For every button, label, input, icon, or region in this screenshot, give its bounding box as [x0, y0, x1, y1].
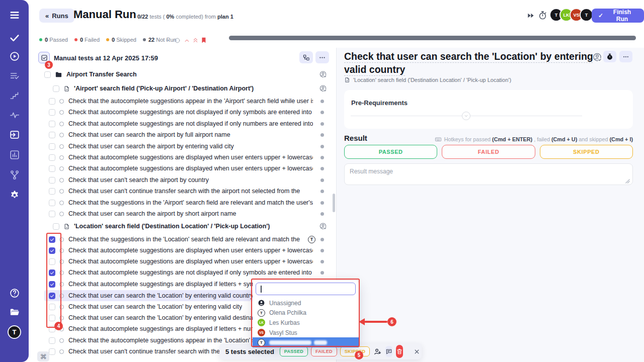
- tree-row-test[interactable]: Check that user can't continue transfer …: [44, 186, 330, 197]
- scrollbar-thumb[interactable]: [333, 194, 335, 212]
- assignee-search-input[interactable]: [256, 283, 356, 295]
- sidebar-item-exit[interactable]: [0, 129, 29, 140]
- row-checkbox[interactable]: [49, 293, 55, 299]
- sidebar-item-activity[interactable]: [0, 110, 29, 121]
- row-assign-icon[interactable]: [319, 222, 327, 230]
- tree-row-test[interactable]: Check that the suggestions in the 'Airpo…: [44, 197, 330, 208]
- bulk-comment-button[interactable]: [385, 346, 392, 357]
- test-case-title[interactable]: Check that user can search the 'Location…: [344, 50, 596, 76]
- row-checkbox[interactable]: [53, 85, 59, 92]
- tree-row-test[interactable]: Check that user can search the airport b…: [44, 208, 330, 219]
- status-dot: [39, 38, 42, 41]
- row-checkbox[interactable]: [49, 188, 55, 195]
- tree-row-test[interactable]: Check that autocomplete suggestions are …: [44, 163, 330, 174]
- tree-row-test[interactable]: Check that autocomplete suggestions are …: [44, 245, 330, 256]
- sidebar-item-menu[interactable]: [0, 10, 29, 21]
- sidebar-item-folder-open[interactable]: [0, 307, 29, 318]
- row-checkbox[interactable]: [49, 98, 55, 105]
- sidebar-item-steps[interactable]: [0, 90, 29, 101]
- row-checkbox[interactable]: [49, 109, 55, 116]
- sidebar-item-bar-chart[interactable]: [0, 149, 29, 160]
- assignee-avatars[interactable]: TLKVST: [549, 8, 593, 22]
- tree-more-button[interactable]: [315, 51, 329, 63]
- bulk-delete-button[interactable]: [396, 345, 403, 358]
- result-button-passed[interactable]: PASSED: [344, 145, 437, 159]
- tree-row-test[interactable]: Check that autocomplete suggestions are …: [44, 152, 330, 163]
- assignee-option[interactable]: TOlena Pchilka: [253, 308, 359, 318]
- row-assign-icon[interactable]: [319, 84, 327, 93]
- close-selection-button[interactable]: [414, 346, 420, 356]
- sidebar-item-git-branch[interactable]: [0, 169, 29, 180]
- row-checkbox[interactable]: [49, 121, 55, 127]
- chevron-up-icon[interactable]: [184, 37, 190, 44]
- tree-row-test[interactable]: Check that user can search the airport b…: [44, 141, 330, 152]
- row-checkbox[interactable]: [49, 143, 55, 150]
- row-checkbox[interactable]: [53, 223, 59, 230]
- row-checkbox[interactable]: [49, 177, 55, 184]
- tree-row-folder[interactable]: Airport Transfer Search: [44, 69, 330, 80]
- bulk-assign-button[interactable]: [373, 346, 382, 357]
- row-checkbox[interactable]: [49, 132, 55, 138]
- stopwatch-icon[interactable]: [538, 11, 547, 20]
- row-checkbox[interactable]: [49, 281, 55, 288]
- tree-row-test[interactable]: Check that autocomplete suggestings are …: [44, 107, 330, 118]
- tree-row-test[interactable]: Check that the autocomplete suggestions …: [44, 96, 330, 107]
- row-checkbox[interactable]: [49, 337, 55, 344]
- sidebar-user-avatar[interactable]: T: [0, 325, 29, 339]
- row-checkbox[interactable]: [49, 304, 55, 310]
- circle-icon[interactable]: [174, 37, 181, 44]
- row-assign-icon[interactable]: [319, 70, 327, 78]
- tree-view-button[interactable]: [299, 51, 313, 63]
- row-checkbox[interactable]: [49, 236, 55, 243]
- expand-circle-button[interactable]: [462, 112, 470, 120]
- finish-run-button[interactable]: ✓ Finish Run: [592, 9, 644, 23]
- resize-handle-icon[interactable]: [625, 179, 630, 184]
- tree-row-test[interactable]: Check that autocomplete suggestings are …: [44, 267, 330, 278]
- row-status-dot: [320, 122, 324, 126]
- chevrons-up-icon[interactable]: [192, 37, 199, 44]
- row-checkbox[interactable]: [49, 247, 55, 254]
- tree-row-test[interactable]: Check that user can't search the airport…: [44, 174, 330, 186]
- row-checkbox[interactable]: [49, 348, 55, 355]
- sidebar-item-gear[interactable]: [0, 190, 29, 201]
- tree-row-test[interactable]: Check that autocomplete suggestions are …: [44, 256, 330, 267]
- avatar[interactable]: T: [580, 8, 593, 22]
- tree-row-test[interactable]: Check that the suggestions in the 'Locat…: [44, 234, 330, 245]
- row-checkbox[interactable]: [44, 71, 51, 78]
- result-button-failed[interactable]: FAILED: [442, 145, 535, 159]
- assignee-option[interactable]: VSVasyl Stus: [253, 328, 359, 338]
- keyboard-shortcuts-badge[interactable]: ⌘: [37, 351, 49, 361]
- fast-forward-icon[interactable]: [527, 12, 535, 20]
- initials-avatar: LK: [258, 319, 265, 326]
- sidebar-item-help[interactable]: [0, 288, 29, 299]
- tree-row-doc[interactable]: 'Airport' search field ('Pick-up Airport…: [44, 83, 330, 94]
- status-ring-icon: [59, 248, 64, 253]
- row-checkbox[interactable]: [49, 154, 55, 161]
- bookmark-icon[interactable]: [200, 37, 207, 44]
- result-button-skipped[interactable]: SKIPPED: [540, 145, 633, 159]
- row-checkbox[interactable]: [49, 211, 55, 217]
- timer-button[interactable]: [603, 51, 616, 62]
- back-to-runs-button[interactable]: « Runs: [39, 9, 74, 23]
- row-checkbox[interactable]: [49, 165, 55, 172]
- sidebar-item-play-circle[interactable]: [0, 51, 29, 62]
- row-checkbox[interactable]: [49, 269, 55, 276]
- tree-row-doc[interactable]: 'Location' search field ('Destination Lo…: [44, 221, 330, 232]
- assignee-option[interactable]: T: [253, 337, 359, 347]
- row-checkbox[interactable]: [49, 315, 55, 321]
- bulk-status-failed[interactable]: FAILED: [311, 346, 337, 356]
- sidebar-item-list-check[interactable]: [0, 70, 29, 81]
- tree-row-test[interactable]: Check that autocomplete suggestings are …: [44, 118, 330, 129]
- assignee-option[interactable]: Unassigned: [253, 298, 359, 308]
- tree-row-test[interactable]: Check that user can search the airport b…: [44, 129, 330, 140]
- assignee-option[interactable]: LKLes Kurbas: [253, 318, 359, 328]
- result-message-input[interactable]: [344, 163, 633, 185]
- detail-more-button[interactable]: [619, 51, 632, 62]
- sidebar-item-check[interactable]: [0, 32, 29, 43]
- chevron-down-icon[interactable]: [165, 37, 171, 44]
- back-to-runs-label: Runs: [52, 12, 68, 20]
- row-checkbox[interactable]: [49, 258, 55, 265]
- row-checkbox[interactable]: [49, 200, 55, 206]
- bulk-status-passed[interactable]: PASSED: [280, 346, 308, 356]
- assign-user-icon[interactable]: [592, 52, 602, 62]
